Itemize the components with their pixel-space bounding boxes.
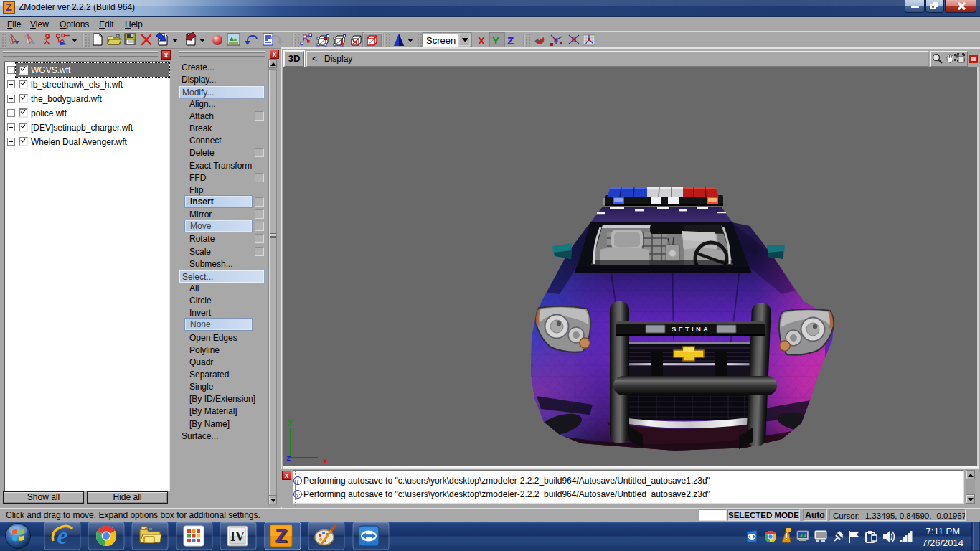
svg-text:7:11 PM: 7:11 PM [926,526,960,537]
svg-text:7/26/2014: 7/26/2014 [922,537,963,548]
svg-text:y: y [288,418,293,427]
svg-text:Y: Y [492,34,499,47]
svg-text:Screen: Screen [426,35,456,46]
svg-text:x: x [323,457,328,466]
svg-text:SETINA: SETINA [672,325,710,333]
svg-text:Z: Z [507,34,514,47]
svg-text:Z: Z [275,525,287,547]
svg-text:z: z [286,454,291,463]
svg-text:X: X [478,34,485,47]
svg-text:IV: IV [230,529,245,544]
